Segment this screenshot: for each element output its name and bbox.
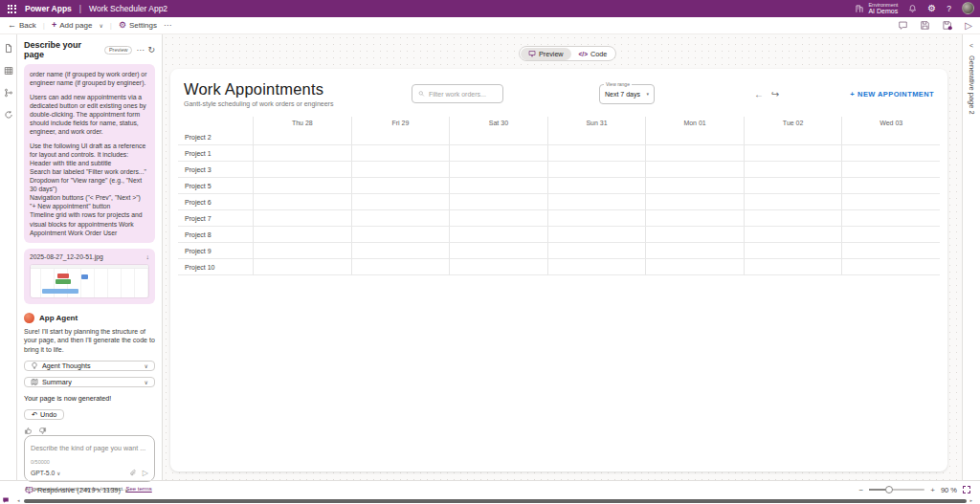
gantt-cell[interactable] bbox=[253, 227, 351, 243]
download-icon[interactable]: ↓ bbox=[146, 253, 150, 260]
undo-button[interactable]: ↶ Undo bbox=[24, 409, 64, 420]
gantt-cell[interactable] bbox=[841, 162, 940, 178]
gantt-cell[interactable] bbox=[351, 227, 450, 243]
feedback-bubble-icon[interactable] bbox=[2, 496, 10, 504]
publish-icon[interactable] bbox=[942, 20, 953, 31]
zoom-slider[interactable] bbox=[869, 489, 924, 491]
prompt-input[interactable] bbox=[31, 444, 148, 454]
gantt-cell[interactable] bbox=[841, 194, 940, 210]
gantt-cell[interactable] bbox=[351, 129, 450, 145]
gantt-cell[interactable] bbox=[449, 162, 547, 178]
new-appointment-button[interactable]: + NEW APPOINTMENT bbox=[850, 90, 934, 99]
settings-button[interactable]: ⚙ Settings bbox=[119, 21, 157, 30]
gantt-cell[interactable] bbox=[645, 194, 744, 210]
gantt-cell[interactable] bbox=[547, 145, 646, 162]
fit-to-screen-icon[interactable] bbox=[963, 486, 970, 493]
panel-more-icon[interactable]: ⋯ bbox=[136, 46, 144, 55]
panel-refresh-icon[interactable]: ↻ bbox=[147, 45, 155, 55]
gantt-cell[interactable] bbox=[645, 178, 744, 194]
scroll-left-icon[interactable]: ◂ bbox=[17, 497, 20, 503]
view-range-dropdown[interactable]: View range Next 7 days ▾ bbox=[599, 84, 655, 104]
gantt-cell[interactable] bbox=[449, 259, 547, 275]
gantt-cell[interactable] bbox=[645, 145, 744, 162]
gantt-cell[interactable] bbox=[645, 227, 744, 243]
gantt-cell[interactable] bbox=[253, 178, 351, 194]
gantt-cell[interactable] bbox=[841, 145, 940, 162]
gantt-cell[interactable] bbox=[547, 129, 646, 145]
filter-input[interactable] bbox=[429, 91, 497, 98]
gantt-cell[interactable] bbox=[841, 243, 940, 259]
attach-paperclip-icon[interactable] bbox=[129, 469, 137, 477]
gantt-cell[interactable] bbox=[645, 243, 744, 259]
gantt-cell[interactable] bbox=[547, 243, 646, 259]
zoom-out-icon[interactable]: − bbox=[859, 486, 864, 494]
gantt-cell[interactable] bbox=[449, 178, 547, 194]
gantt-cell[interactable] bbox=[744, 178, 842, 194]
save-icon[interactable] bbox=[920, 20, 930, 31]
help-icon[interactable]: ? bbox=[947, 5, 951, 13]
gantt-cell[interactable] bbox=[744, 145, 842, 162]
gantt-cell[interactable] bbox=[449, 227, 547, 243]
zoom-slider-knob[interactable] bbox=[885, 486, 893, 493]
thumbs-up-icon[interactable] bbox=[24, 427, 33, 435]
gantt-cell[interactable] bbox=[351, 178, 450, 194]
gantt-cell[interactable] bbox=[547, 162, 646, 178]
settings-gear-icon[interactable]: ⚙ bbox=[927, 4, 936, 13]
gantt-cell[interactable] bbox=[841, 178, 940, 194]
gantt-cell[interactable] bbox=[547, 227, 646, 243]
tab-code[interactable]: </> Code bbox=[571, 48, 615, 60]
page-tab-generative-page-2[interactable]: Generative page 2 bbox=[968, 55, 976, 115]
agent-thoughts-expander[interactable]: Agent Thoughts ∨ bbox=[24, 361, 155, 371]
filter-search-box[interactable] bbox=[412, 84, 503, 103]
scroll-right-icon[interactable]: ▸ bbox=[969, 497, 972, 503]
gantt-cell[interactable] bbox=[645, 129, 744, 145]
gantt-cell[interactable] bbox=[253, 243, 351, 259]
gantt-cell[interactable] bbox=[744, 243, 842, 259]
add-page-chevron-icon[interactable]: ∨ bbox=[99, 22, 102, 29]
gantt-cell[interactable] bbox=[351, 210, 450, 227]
gantt-cell[interactable] bbox=[253, 162, 351, 178]
more-commands-icon[interactable]: ⋯ bbox=[164, 21, 171, 30]
gantt-cell[interactable] bbox=[351, 162, 450, 178]
gantt-cell[interactable] bbox=[253, 194, 351, 210]
data-table-icon[interactable] bbox=[4, 66, 13, 76]
prev-range-icon[interactable]: ← bbox=[754, 89, 764, 99]
thumbs-down-icon[interactable] bbox=[38, 427, 47, 435]
comments-icon[interactable] bbox=[898, 20, 908, 31]
sync-icon[interactable] bbox=[4, 110, 13, 120]
gantt-cell[interactable] bbox=[351, 145, 450, 162]
gantt-cell[interactable] bbox=[351, 194, 450, 210]
play-icon[interactable]: ▷ bbox=[965, 20, 972, 31]
waffle-menu-icon[interactable] bbox=[6, 3, 17, 14]
pages-icon[interactable] bbox=[4, 43, 13, 54]
model-selector[interactable]: GPT-5.0 ∨ bbox=[31, 470, 60, 476]
summary-expander[interactable]: Summary ∨ bbox=[24, 377, 155, 387]
gantt-cell[interactable] bbox=[253, 129, 351, 145]
gantt-cell[interactable] bbox=[547, 194, 646, 210]
gantt-cell[interactable] bbox=[744, 227, 842, 243]
gantt-cell[interactable] bbox=[744, 210, 842, 227]
gantt-cell[interactable] bbox=[841, 210, 940, 227]
gantt-cell[interactable] bbox=[253, 210, 351, 227]
gantt-cell[interactable] bbox=[841, 227, 940, 243]
canvas-size-selector[interactable]: Responsive (2419 x 1139) ∨ bbox=[25, 486, 128, 494]
gantt-cell[interactable] bbox=[253, 259, 351, 275]
add-page-button[interactable]: + Add page bbox=[52, 21, 93, 30]
environment-picker[interactable]: Environment AI Demos bbox=[855, 2, 898, 15]
gantt-cell[interactable] bbox=[841, 129, 940, 145]
gantt-cell[interactable] bbox=[547, 259, 646, 275]
gantt-cell[interactable] bbox=[744, 194, 842, 210]
gantt-cell[interactable] bbox=[547, 178, 646, 194]
gantt-cell[interactable] bbox=[449, 129, 547, 145]
attachment-card[interactable]: 2025-08-27_12-20-51.jpg ↓ bbox=[24, 249, 155, 304]
gantt-cell[interactable] bbox=[449, 145, 547, 162]
tab-preview[interactable]: Preview bbox=[521, 48, 571, 60]
gantt-cell[interactable] bbox=[351, 243, 450, 259]
gantt-cell[interactable] bbox=[547, 210, 646, 227]
gantt-cell[interactable] bbox=[645, 259, 744, 275]
zoom-in-icon[interactable]: + bbox=[930, 486, 935, 494]
gantt-cell[interactable] bbox=[744, 162, 842, 178]
gantt-cell[interactable] bbox=[744, 129, 842, 145]
gantt-cell[interactable] bbox=[449, 243, 547, 259]
gantt-cell[interactable] bbox=[449, 210, 547, 227]
